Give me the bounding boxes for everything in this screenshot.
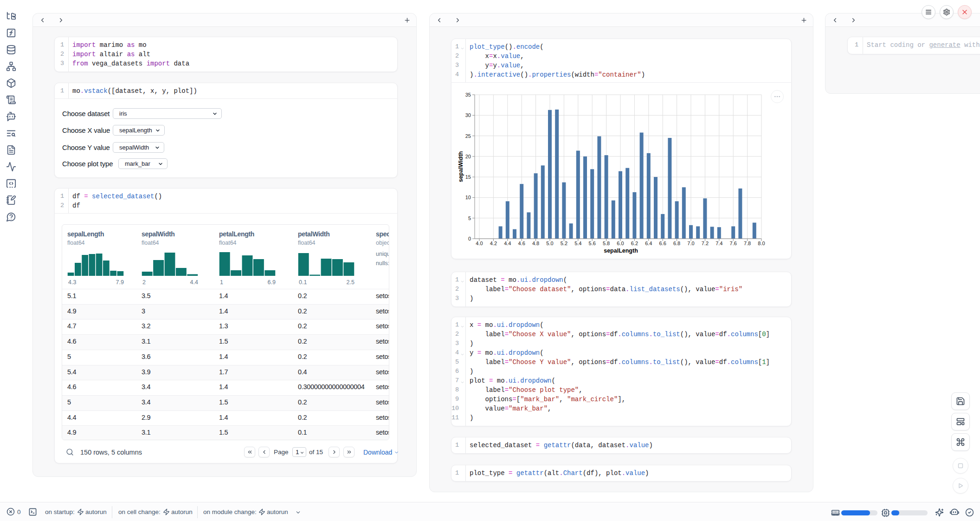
svg-text:30: 30: [465, 112, 471, 118]
svg-text:7.4: 7.4: [716, 241, 722, 246]
svg-text:10: 10: [465, 195, 471, 200]
svg-text:6.8: 6.8: [673, 241, 680, 246]
svg-text:5.0: 5.0: [546, 241, 553, 246]
svg-text:sepalLength: sepalLength: [604, 247, 638, 254]
svg-text:20: 20: [465, 154, 471, 159]
svg-text:4.2: 4.2: [490, 241, 497, 246]
svg-text:5.8: 5.8: [603, 241, 610, 246]
svg-text:7.8: 7.8: [744, 241, 751, 246]
svg-text:25: 25: [465, 133, 471, 139]
svg-text:7.6: 7.6: [730, 241, 737, 246]
svg-text:5.4: 5.4: [574, 241, 581, 246]
svg-text:6.6: 6.6: [659, 241, 666, 246]
svg-text:0: 0: [468, 236, 471, 241]
svg-text:4.4: 4.4: [504, 241, 511, 246]
svg-text:35: 35: [465, 92, 471, 98]
svg-text:5: 5: [468, 215, 471, 221]
svg-text:6.2: 6.2: [631, 241, 638, 246]
svg-text:5.6: 5.6: [589, 241, 596, 246]
svg-text:4.6: 4.6: [518, 241, 525, 246]
svg-text:7.2: 7.2: [702, 241, 709, 246]
svg-text:5.2: 5.2: [561, 241, 567, 246]
svg-text:6.4: 6.4: [645, 241, 652, 246]
svg-text:sepalWidth: sepalWidth: [458, 151, 464, 182]
svg-text:7.0: 7.0: [687, 241, 694, 246]
svg-text:4.8: 4.8: [532, 241, 539, 246]
svg-text:6.0: 6.0: [617, 241, 624, 246]
svg-text:4.0: 4.0: [476, 241, 483, 246]
svg-text:8.0: 8.0: [758, 241, 765, 246]
svg-text:15: 15: [465, 174, 471, 180]
